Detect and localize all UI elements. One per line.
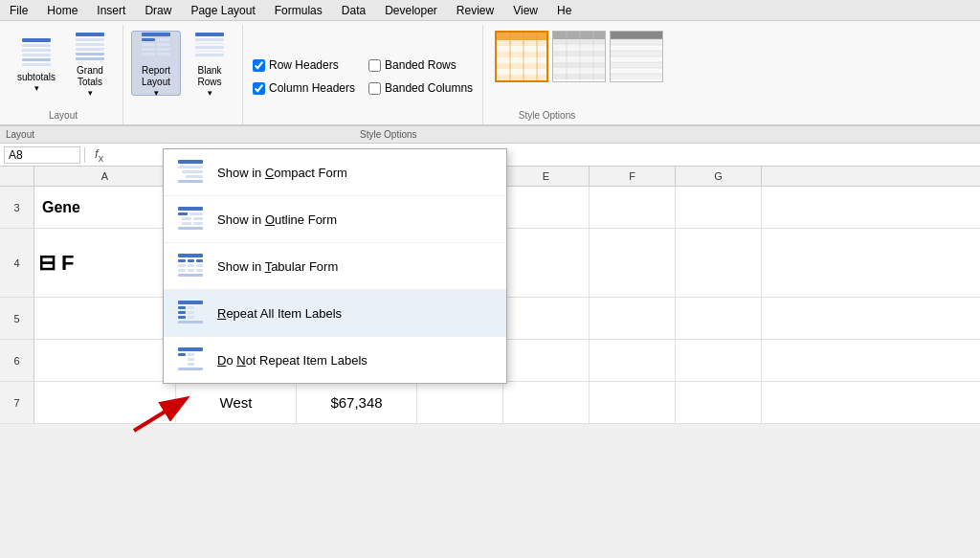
cell-g7[interactable]: [676, 382, 762, 423]
svg-rect-82: [178, 264, 186, 267]
banded-rows-checkbox-label[interactable]: Banded Rows: [367, 57, 475, 73]
menu-review[interactable]: Review: [447, 2, 503, 19]
svg-rect-74: [193, 217, 203, 220]
svg-rect-12: [142, 33, 170, 36]
column-headers-checkbox[interactable]: [253, 82, 265, 95]
svg-rect-98: [178, 353, 186, 356]
cell-c7[interactable]: $67,348: [297, 382, 417, 423]
style-thumb-1[interactable]: [495, 31, 548, 82]
column-headers-label: Column Headers: [269, 81, 355, 95]
dropdown-item-no-repeat[interactable]: Do Not Repeat Item Labels: [164, 337, 506, 383]
svg-rect-53: [611, 51, 663, 56]
menu-developer[interactable]: Developer: [375, 2, 447, 19]
col-header-f[interactable]: F: [590, 167, 676, 186]
cell-g3[interactable]: [676, 187, 762, 228]
report-layout-button[interactable]: ReportLayout ▾: [131, 31, 181, 96]
menu-draw[interactable]: Draw: [135, 2, 181, 19]
row-num-7: 7: [0, 382, 34, 423]
cell-g5[interactable]: [676, 298, 762, 339]
cell-a4[interactable]: ⊟ F: [34, 229, 176, 297]
cell-g6[interactable]: [676, 340, 762, 381]
col-header-e[interactable]: E: [503, 167, 590, 186]
svg-rect-32: [497, 63, 548, 69]
svg-rect-85: [178, 269, 186, 272]
repeat-labels-icon: [177, 300, 204, 326]
svg-rect-67: [182, 170, 203, 173]
cell-e6[interactable]: [503, 340, 590, 381]
banded-columns-checkbox-label[interactable]: Banded Columns: [367, 80, 475, 96]
cell-g4[interactable]: [676, 229, 762, 297]
ribbon: subtotals ▾ GrandTotals ▾ La: [0, 21, 980, 126]
column-headers-checkbox-label[interactable]: Column Headers: [251, 80, 357, 96]
subtotals-button[interactable]: subtotals ▾: [11, 31, 61, 96]
dropdown-item-compact[interactable]: Show in Compact Form: [164, 149, 506, 196]
grand-totals-button[interactable]: GrandTotals ▾: [65, 31, 115, 96]
dropdown-item-tabular[interactable]: Show in Tabular Form: [164, 243, 506, 290]
col-header-a[interactable]: A: [34, 167, 176, 186]
menu-data[interactable]: Data: [332, 2, 375, 19]
tabular-form-label: Show in Tabular Form: [217, 259, 338, 274]
col-header-g[interactable]: G: [676, 167, 762, 186]
cell-e5[interactable]: [503, 298, 590, 339]
row-headers-checkbox-label[interactable]: Row Headers: [251, 57, 357, 73]
row-headers-checkbox[interactable]: [253, 59, 265, 72]
ribbon-group-styles: [483, 25, 675, 124]
compact-form-label: Show in Compact Form: [217, 166, 347, 180]
svg-rect-50: [611, 32, 663, 39]
cell-e3[interactable]: [503, 187, 590, 228]
menu-formulas[interactable]: Formulas: [265, 2, 332, 19]
svg-rect-43: [553, 56, 606, 62]
cell-a6[interactable]: [34, 340, 176, 381]
menu-file[interactable]: File: [0, 2, 37, 19]
svg-rect-44: [553, 62, 606, 68]
svg-rect-18: [157, 48, 170, 51]
row-num-6: 6: [0, 340, 34, 381]
svg-rect-22: [195, 38, 224, 41]
cell-f3[interactable]: [590, 187, 676, 228]
style-thumbnails: [491, 25, 667, 86]
svg-rect-33: [497, 69, 548, 75]
menu-page-layout[interactable]: Page Layout: [181, 2, 264, 19]
svg-rect-9: [76, 48, 104, 51]
svg-rect-52: [611, 45, 663, 51]
dropdown-item-outline[interactable]: Show in Outline Form: [164, 196, 506, 243]
svg-rect-99: [188, 353, 194, 356]
cell-a7[interactable]: [34, 382, 176, 423]
cell-b7[interactable]: West: [176, 382, 297, 423]
menu-home[interactable]: Home: [37, 2, 87, 19]
svg-rect-102: [178, 368, 203, 370]
ribbon-group-report: ReportLayout ▾ BlankRows ▾: [123, 25, 243, 124]
cell-e7[interactable]: [503, 382, 590, 423]
svg-rect-57: [611, 74, 663, 79]
row-num-5: 5: [0, 298, 34, 339]
no-repeat-labels-icon: [177, 346, 204, 373]
svg-rect-6: [76, 33, 104, 36]
layout-group-label: Layout: [49, 108, 78, 121]
menu-help[interactable]: He: [547, 2, 581, 19]
cell-f5[interactable]: [590, 298, 676, 339]
menu-insert[interactable]: Insert: [87, 2, 135, 19]
banded-rows-checkbox[interactable]: [368, 59, 381, 72]
blank-rows-button[interactable]: BlankRows ▾: [185, 31, 234, 96]
cell-f4[interactable]: [590, 229, 676, 297]
svg-rect-14: [157, 38, 170, 41]
svg-rect-29: [497, 46, 548, 52]
name-box[interactable]: [4, 146, 80, 164]
blank-rows-label: BlankRows: [197, 65, 221, 88]
cell-f7[interactable]: [590, 382, 676, 423]
cell-a3[interactable]: Gene: [34, 187, 176, 228]
svg-rect-15: [142, 43, 155, 46]
cell-a5[interactable]: [34, 298, 176, 339]
cell-e4[interactable]: [503, 229, 590, 297]
svg-rect-69: [178, 180, 203, 183]
style-thumb-2[interactable]: [552, 31, 606, 82]
banded-columns-checkbox[interactable]: [368, 82, 381, 95]
style-thumb-3[interactable]: [610, 31, 663, 82]
cell-f6[interactable]: [590, 340, 676, 381]
cell-d7[interactable]: [417, 382, 503, 423]
menu-view[interactable]: View: [503, 2, 547, 19]
ribbon-group-checkboxes: Row Headers Column Headers Banded Rows B…: [243, 25, 483, 124]
dropdown-item-repeat[interactable]: Repeat All Item Labels: [164, 290, 506, 337]
svg-rect-39: [553, 32, 606, 39]
svg-rect-78: [178, 254, 203, 257]
